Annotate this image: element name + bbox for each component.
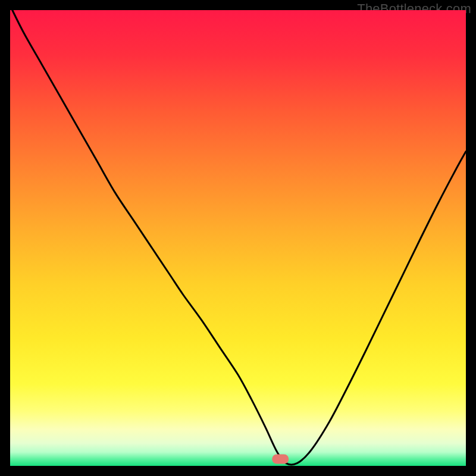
- chart-frame: TheBottleneck.com: [0, 0, 476, 476]
- plot-area: [10, 10, 466, 466]
- bottleneck-chart: [10, 10, 466, 466]
- optimum-marker: [272, 455, 289, 464]
- gradient-background: [10, 10, 466, 466]
